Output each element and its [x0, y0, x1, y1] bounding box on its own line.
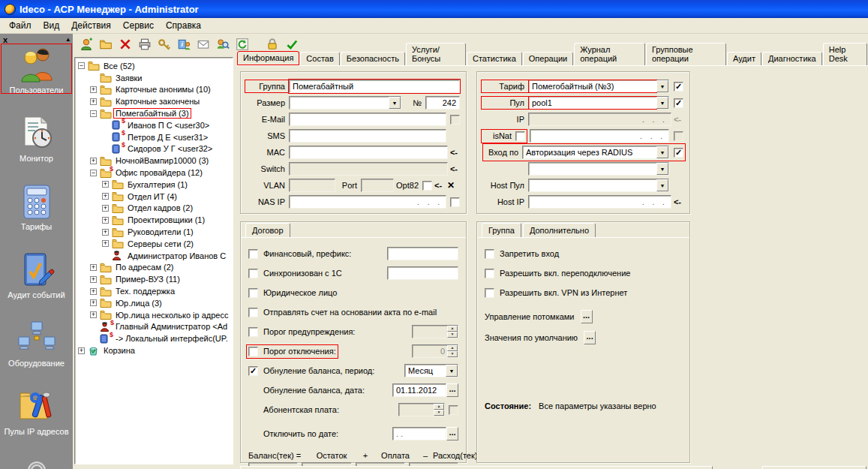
expand-icon[interactable]: +	[90, 288, 97, 295]
print-icon[interactable]	[136, 36, 154, 53]
tree-item[interactable]: +Отдел ИТ (4)	[75, 191, 233, 203]
off-date-picker-button[interactable]: ...	[446, 427, 458, 440]
apply-icon[interactable]	[283, 36, 301, 53]
isnat-checkbox[interactable]	[515, 131, 525, 141]
sidebar-item-Монитор[interactable]: Монитор	[0, 111, 73, 163]
tree-item[interactable]: +Юр.лица (3)	[75, 297, 233, 309]
tree-item[interactable]: +Отдел кадров (2)	[75, 203, 233, 215]
mail-icon[interactable]	[194, 36, 212, 53]
tree-item[interactable]: −Все (52)	[75, 60, 233, 72]
sms-input[interactable]	[289, 129, 446, 143]
tree-item[interactable]: +Бухгалтерия (1)	[75, 179, 233, 191]
tree-item[interactable]: +$Сидоров У Г <user32>	[75, 143, 233, 155]
tab-extra[interactable]: Дополнительно	[523, 223, 596, 237]
hostip-pick-button[interactable]: <-	[671, 197, 683, 206]
pool-checkbox[interactable]: ✓	[674, 98, 683, 108]
chevron-down-icon[interactable]: ▼	[656, 80, 668, 92]
tab-Аудит[interactable]: Аудит	[727, 52, 761, 65]
sidebar-item-Аудит событий[interactable]: Аудит событий	[0, 248, 73, 299]
mac-pick-button[interactable]: <-	[448, 148, 460, 157]
vpn-checkbox[interactable]	[485, 288, 494, 298]
sync1c-input[interactable]	[387, 266, 458, 280]
children-button[interactable]: ...	[581, 310, 593, 323]
tree-item[interactable]: −$Офис провайдера (12)	[75, 167, 233, 179]
chevron-down-icon[interactable]: ▼	[656, 179, 668, 191]
expand-icon[interactable]: +	[90, 158, 97, 164]
expand-icon[interactable]: +	[102, 181, 109, 188]
tab-Операции[interactable]: Операции	[523, 52, 573, 65]
login-combo[interactable]: Авторизация через RADIUS▼	[522, 146, 669, 159]
expand-icon[interactable]: +	[90, 264, 97, 271]
chevron-down-icon[interactable]: ▼	[389, 97, 401, 109]
expand-icon[interactable]: +	[102, 193, 109, 200]
tree-item[interactable]: +Проектировщики (1)	[75, 214, 233, 226]
tree-item[interactable]: +Юр.лица несколько ip адресс	[75, 309, 233, 321]
menu-2[interactable]: Действия	[65, 19, 117, 32]
spare-combo[interactable]: ▼	[528, 162, 669, 176]
nasip-input[interactable]: . . .	[289, 195, 446, 209]
tab-Журнал операций[interactable]: Журнал операций	[574, 43, 645, 65]
defaults-button[interactable]: ...	[584, 331, 596, 344]
size-combo[interactable]: ▼	[289, 96, 401, 110]
hostpool-combo[interactable]: ▼	[528, 179, 669, 192]
tab-Безопасность[interactable]: Безопасность	[341, 52, 405, 65]
group-input[interactable]: Помегабайтный	[289, 80, 460, 93]
user-tree[interactable]: −Все (52)+Заявки+Карточные анонимы (10)+…	[74, 57, 233, 464]
nat-ip-input[interactable]: . . .	[530, 129, 669, 143]
clear-icon[interactable]: ✕	[444, 180, 455, 191]
sidebar-item-Пользователи[interactable]: Пользователи	[0, 43, 73, 95]
user-info-icon[interactable]: i	[175, 36, 193, 53]
hostip-input[interactable]: . . .	[528, 195, 671, 209]
key-icon[interactable]	[155, 36, 173, 53]
reset-date-picker-button[interactable]: ...	[446, 383, 458, 397]
expand-icon[interactable]: +	[78, 347, 85, 354]
actmail-checkbox[interactable]	[248, 308, 258, 317]
expand-icon[interactable]: +	[102, 205, 109, 212]
tree-item[interactable]: +Карточные анонимы (10)	[75, 84, 233, 96]
new-folder-icon[interactable]	[97, 36, 115, 53]
mac-input[interactable]	[289, 146, 448, 159]
tab-Услуги/Бонусы[interactable]: Услуги/Бонусы	[406, 43, 466, 65]
menu-4[interactable]: Справка	[160, 19, 207, 32]
tree-item[interactable]: −Помегабайтный (3)	[75, 107, 233, 119]
login-checkbox[interactable]: ✓	[674, 148, 683, 158]
chevron-down-icon[interactable]: ▼	[656, 97, 668, 109]
sidebar-arrow-icon[interactable]: ▴	[66, 35, 70, 43]
reconnect-checkbox[interactable]	[485, 269, 494, 278]
lock-icon[interactable]	[263, 36, 281, 53]
expand-icon[interactable]: +	[102, 229, 109, 236]
expand-icon[interactable]: +	[90, 311, 97, 318]
add-user-icon[interactable]	[77, 36, 95, 53]
tree-item[interactable]: +Администратор Иванов С	[75, 250, 233, 262]
sidebar-item-Тарифы[interactable]: Тарифы	[0, 179, 73, 231]
tab-Информация[interactable]: Информация	[237, 51, 299, 65]
email-checkbox[interactable]	[450, 115, 460, 125]
tab-Help Desk[interactable]: Help Desk	[823, 43, 867, 65]
tree-item[interactable]: +$Петров Д Е <user31>	[75, 131, 233, 143]
menu-1[interactable]: Вид	[38, 19, 66, 32]
chevron-down-icon[interactable]: ▼	[656, 163, 668, 175]
collapse-icon[interactable]: −	[90, 110, 97, 117]
jur-checkbox[interactable]	[248, 288, 258, 298]
switch-pick-button[interactable]: <-	[448, 164, 460, 173]
sidebar-item-Оборудование[interactable]: Оборудование	[0, 316, 73, 368]
tree-item[interactable]: +$-> Локальный интерфейс(UP.	[75, 332, 233, 344]
refresh-icon[interactable]	[233, 36, 251, 53]
sidebar-item-Пулы IP адресов[interactable]: Пулы IP адресов	[0, 384, 73, 436]
tree-item[interactable]: +Пример-ВУЗ (11)	[75, 273, 233, 285]
tree-item[interactable]: +$Иванов П С <user30>	[75, 119, 233, 131]
tree-item[interactable]: +По адресам (2)	[75, 262, 233, 274]
expand-icon[interactable]: +	[102, 217, 109, 224]
tree-item[interactable]: +НочнойВампир10000 (3)	[75, 155, 233, 167]
deny-login-checkbox[interactable]	[485, 249, 494, 259]
tree-item[interactable]: +Тех. поддержка	[75, 285, 233, 297]
sync1c-checkbox[interactable]	[248, 269, 258, 278]
tree-item[interactable]: +$Главный Администратор <Ad	[75, 321, 233, 333]
tab-Групповые операции[interactable]: Групповые операции	[646, 43, 726, 65]
expand-icon[interactable]: +	[102, 240, 109, 247]
sidebar-item-lock[interactable]	[0, 452, 73, 469]
opt82-checkbox[interactable]	[422, 181, 432, 191]
find-user-icon[interactable]	[214, 36, 232, 53]
period-combo[interactable]: Месяц▼	[404, 364, 458, 377]
expand-icon[interactable]: +	[90, 86, 97, 93]
